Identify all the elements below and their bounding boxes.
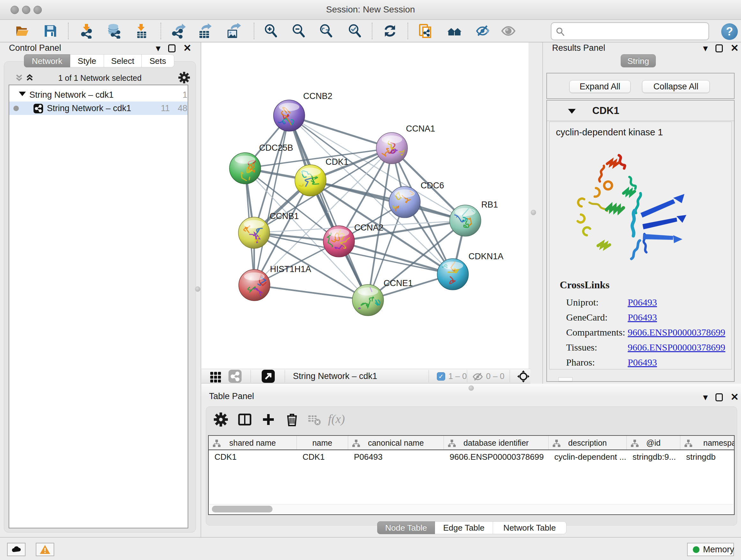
panel-menu-icon[interactable]: ▾: [703, 44, 708, 53]
panel-divider-left[interactable]: [201, 43, 201, 537]
divider-handle[interactable]: [468, 385, 474, 391]
delete-column-icon[interactable]: [285, 412, 299, 427]
zoom-out-icon[interactable]: [291, 23, 307, 39]
show-graphics-details-icon[interactable]: [501, 23, 516, 39]
column-header[interactable]: shared name: [209, 436, 297, 450]
horizontal-scrollbar[interactable]: [209, 504, 733, 514]
entry-collapse-icon[interactable]: [568, 109, 576, 114]
crosslink-value-link[interactable]: 9606.ENSP00000378699: [628, 342, 725, 353]
hidden-nodes-count: 0 – 0: [486, 371, 504, 381]
delete-table-icon[interactable]: [307, 412, 322, 427]
column-header[interactable]: @id: [627, 436, 680, 450]
panel-float-icon[interactable]: [716, 393, 723, 401]
table-cell[interactable]: CDK1: [297, 450, 348, 464]
column-header[interactable]: description: [549, 436, 627, 450]
show-column-panel-icon[interactable]: [238, 412, 252, 427]
export-table-icon[interactable]: [197, 23, 212, 39]
memory-button[interactable]: Memory: [687, 543, 734, 556]
crosslink-value-link[interactable]: 9606.ENSP00000378699: [628, 327, 725, 338]
panel-divider-right[interactable]: [542, 43, 543, 384]
crosslink-value-link[interactable]: P06493: [628, 357, 657, 368]
tab-sets[interactable]: Sets: [142, 54, 174, 67]
control-panel-controls: ▾ ✕: [156, 44, 192, 53]
window-zoom-button[interactable]: [33, 6, 42, 14]
tab-style[interactable]: Style: [70, 54, 104, 67]
window-minimize-button[interactable]: [22, 6, 30, 14]
panel-close-icon[interactable]: ✕: [731, 392, 739, 402]
birdseye-grid-icon[interactable]: [210, 371, 222, 383]
crosslink-label: Compartments:: [566, 327, 625, 338]
network-options-gear-icon[interactable]: [178, 71, 190, 84]
toolbar-separator: [251, 370, 251, 382]
table-header-row: shared namenamecanonical namedatabase id…: [209, 436, 734, 450]
collapse-all-button[interactable]: Collapse All: [642, 80, 710, 93]
export-network-icon[interactable]: [171, 23, 186, 39]
open-in-browser-icon[interactable]: [262, 370, 275, 383]
table-cell[interactable]: cyclin-dependent ...: [549, 450, 627, 464]
import-network-database-icon[interactable]: [106, 23, 122, 39]
tab-select[interactable]: Select: [104, 54, 142, 67]
panel-float-icon[interactable]: [168, 44, 176, 52]
search-input[interactable]: [568, 24, 705, 38]
divider-handle[interactable]: [195, 287, 200, 292]
crosslink-value-link[interactable]: P06493: [628, 312, 657, 323]
tab-edge-table[interactable]: Edge Table: [435, 521, 493, 534]
zoom-in-icon[interactable]: [263, 23, 279, 39]
svg-text:CDK1: CDK1: [326, 157, 348, 167]
column-header[interactable]: canonical name: [348, 436, 444, 450]
help-icon[interactable]: ?: [721, 23, 738, 40]
scrollbar-thumb[interactable]: [212, 506, 273, 512]
warning-status-button[interactable]: [36, 543, 54, 556]
column-header[interactable]: namespac: [680, 436, 734, 450]
save-session-icon[interactable]: [43, 23, 58, 39]
table-row[interactable]: CDK1CDK1P064939606.ENSP00000378699cyclin…: [209, 450, 734, 464]
tab-string[interactable]: String: [621, 54, 656, 67]
divider-handle[interactable]: [531, 210, 536, 215]
zoom-selected-icon[interactable]: [347, 23, 362, 39]
clone-network-icon[interactable]: [418, 23, 433, 39]
tab-network[interactable]: Network: [24, 54, 70, 67]
panel-menu-icon[interactable]: ▾: [156, 44, 160, 53]
column-header-label: name: [297, 438, 348, 448]
results-entry-header[interactable]: CDK1: [547, 101, 734, 121]
function-builder-icon[interactable]: f(x): [328, 412, 345, 426]
open-file-icon[interactable]: [15, 23, 30, 39]
zoom-fit-icon[interactable]: [319, 23, 334, 39]
network-canvas[interactable]: CCNB2CCNA1CDC25BCDK1CDC6RB1CCNB1CCNA2CDK…: [201, 43, 529, 369]
hide-panels-icon[interactable]: [475, 23, 490, 39]
table-cell[interactable]: CDK1: [209, 450, 297, 464]
hidden-eye-icon[interactable]: [472, 372, 483, 382]
export-image-icon[interactable]: [226, 23, 241, 39]
panel-close-icon[interactable]: ✕: [183, 44, 192, 53]
table-cell[interactable]: P06493: [348, 450, 444, 464]
table-cell[interactable]: 9606.ENSP00000378699: [444, 450, 549, 464]
import-network-file-icon[interactable]: [79, 23, 95, 39]
network-collection-row[interactable]: String Network – cdk1 1: [9, 88, 188, 102]
column-header[interactable]: database identifier: [444, 436, 549, 450]
import-table-file-icon[interactable]: [134, 23, 149, 39]
crosslink-value-link[interactable]: P06493: [628, 297, 657, 308]
network-row-selected[interactable]: String Network – cdk1 11 48: [9, 102, 188, 115]
window-close-button[interactable]: [10, 6, 19, 14]
cloud-status-button[interactable]: [7, 543, 25, 556]
tab-node-table[interactable]: Node Table: [377, 521, 435, 534]
network-graph[interactable]: CCNB2CCNA1CDC25BCDK1CDC6RB1CCNB1CCNA2CDK…: [201, 43, 529, 369]
collection-expand-icon[interactable]: [19, 91, 26, 96]
expand-all-button[interactable]: Expand All: [569, 80, 630, 93]
network-share-badge-icon[interactable]: [228, 370, 242, 383]
table-options-gear-icon[interactable]: [213, 412, 228, 427]
table-cell[interactable]: stringdb: [680, 450, 734, 464]
table-cell[interactable]: stringdb:9...: [627, 450, 680, 464]
panel-close-icon[interactable]: ✕: [731, 44, 739, 53]
add-column-icon[interactable]: [261, 412, 276, 427]
selected-nodes-checkbox[interactable]: ✓: [437, 372, 445, 381]
column-header[interactable]: name: [297, 436, 348, 450]
tab-network-table[interactable]: Network Table: [493, 521, 566, 534]
panel-menu-icon[interactable]: ▾: [703, 392, 708, 402]
panel-float-icon[interactable]: [716, 44, 723, 52]
refresh-icon[interactable]: [382, 23, 398, 39]
fit-selected-crosshair-icon[interactable]: [517, 370, 530, 383]
show-all-panels-icon[interactable]: [447, 23, 462, 39]
memory-label: Memory: [703, 545, 734, 555]
column-header-label: shared name: [209, 438, 296, 448]
